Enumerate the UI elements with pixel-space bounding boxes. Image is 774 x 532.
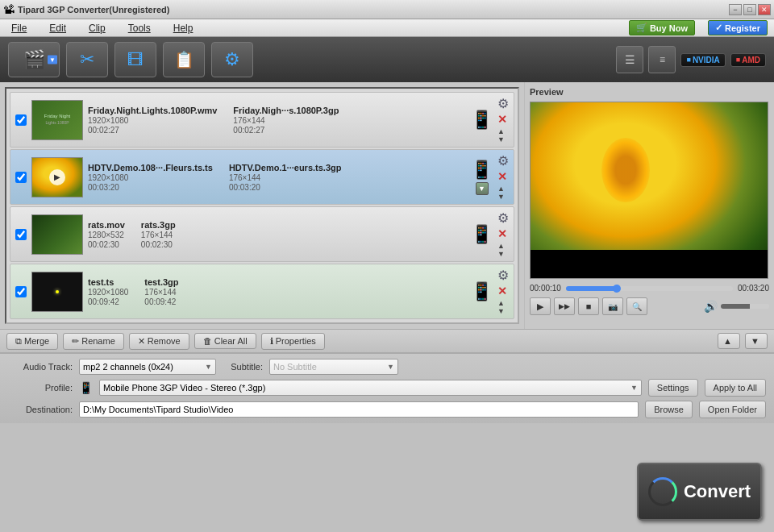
output-dur-2: 00:03:20 bbox=[229, 183, 342, 192]
duration-2: 00:03:20 bbox=[88, 183, 213, 192]
subtitle-select[interactable]: No Subtitle ▼ bbox=[269, 359, 398, 375]
gear-icon-3[interactable]: ⚙ bbox=[497, 210, 509, 226]
preview-label: Preview bbox=[530, 87, 769, 97]
settings-icon: ⚙ bbox=[224, 49, 240, 70]
maximize-button[interactable]: □ bbox=[743, 4, 756, 15]
settings-toolbar-button[interactable]: ⚙ bbox=[211, 42, 253, 77]
file-phone-3[interactable]: 📱 bbox=[471, 224, 493, 245]
buy-now-button[interactable]: 🛒 Buy Now bbox=[629, 20, 695, 35]
minimize-button[interactable]: − bbox=[729, 4, 742, 15]
open-folder-button[interactable]: Open Folder bbox=[699, 401, 766, 418]
profile-dropdown-arrow: ▼ bbox=[627, 384, 638, 392]
menu-help[interactable]: Help bbox=[169, 21, 198, 35]
profile-dropdown-2[interactable]: ▼ bbox=[476, 182, 489, 195]
menu-edit[interactable]: Edit bbox=[44, 21, 71, 35]
browse-button[interactable]: Browse bbox=[645, 401, 693, 418]
audio-track-select[interactable]: mp2 2 channels (0x24) ▼ bbox=[79, 359, 216, 375]
resolution-1: 1920×1080 bbox=[88, 116, 217, 125]
up-arrow-4[interactable]: ▲ bbox=[497, 299, 509, 307]
stop-button[interactable]: ■ bbox=[578, 297, 599, 315]
up-order-button[interactable]: ▲ bbox=[718, 333, 740, 349]
profile-select[interactable]: Mobile Phone 3GP Video - Stereo (*.3gp) … bbox=[99, 380, 642, 396]
down-arrow-1[interactable]: ▼ bbox=[497, 135, 509, 143]
menu-file[interactable]: File bbox=[6, 21, 31, 35]
merge-toolbar-button[interactable]: 📋 bbox=[163, 42, 205, 77]
edit-button[interactable]: ✂ bbox=[66, 42, 108, 77]
down-order-button[interactable]: ▼ bbox=[745, 333, 768, 349]
convert-button[interactable]: Convert bbox=[637, 463, 762, 521]
clear-all-button[interactable]: 🗑 Clear All bbox=[194, 333, 256, 349]
gear-icon-4[interactable]: ⚙ bbox=[497, 268, 509, 283]
convert-spinner-icon bbox=[648, 477, 677, 506]
file-thumbnail-3 bbox=[31, 214, 83, 255]
preview-panel: Preview 00:00:10 00:03:20 ▶ ▶▶ ■ 📷 🔍 bbox=[524, 82, 774, 329]
list-view-button[interactable]: ☰ bbox=[616, 46, 643, 73]
total-time: 00:03:20 bbox=[738, 284, 769, 293]
settings-button[interactable]: Settings bbox=[648, 379, 698, 397]
file-list: Friday Night Lights 1080P Friday.Night.L… bbox=[5, 87, 519, 324]
detail-view-button[interactable]: ≡ bbox=[648, 46, 676, 73]
properties-button[interactable]: ℹ Properties bbox=[261, 333, 325, 350]
play-button[interactable]: ▶ bbox=[530, 297, 551, 315]
file-phone-1[interactable]: 📱 bbox=[471, 110, 493, 131]
merge-button[interactable]: ⧉ Merge bbox=[6, 333, 58, 350]
clip-icon: 🎞 bbox=[127, 51, 144, 69]
phone-icon-2[interactable]: 📱 bbox=[471, 160, 493, 181]
remove-icon-4[interactable]: ✕ bbox=[497, 285, 509, 297]
file-checkbox-1[interactable] bbox=[15, 114, 27, 126]
up-arrow-1[interactable]: ▲ bbox=[497, 127, 509, 135]
output-res-2: 176×144 bbox=[229, 173, 342, 182]
properties-btn-icon: ℹ bbox=[270, 336, 273, 347]
up-arrow-2[interactable]: ▲ bbox=[497, 185, 509, 193]
file-row: test.ts 1920×1080 00:09:42 test.3gp 176×… bbox=[10, 264, 514, 319]
title-bar: 📽 Tipard 3GP Converter(Unregistered) − □… bbox=[0, 0, 774, 19]
clip-button[interactable]: 🎞 bbox=[114, 42, 156, 77]
file-info-4: test.ts 1920×1080 00:09:42 test.3gp 176×… bbox=[88, 277, 466, 306]
output-res-3: 176×144 bbox=[141, 231, 176, 239]
duration-4: 00:09:42 bbox=[88, 297, 128, 306]
file-checkbox-2[interactable] bbox=[15, 172, 27, 183]
screenshot-button[interactable]: 📷 bbox=[602, 297, 623, 315]
menu-clip[interactable]: Clip bbox=[84, 21, 110, 35]
down-arrow-4[interactable]: ▼ bbox=[497, 307, 509, 315]
gear-icon-1[interactable]: ⚙ bbox=[497, 96, 509, 111]
file-row: ▶ HDTV.Demo.108···.Fleurs.ts.ts 1920×108… bbox=[10, 149, 514, 205]
add-video-button[interactable]: 🎬 ▼ bbox=[8, 42, 60, 77]
profile-label: Profile: bbox=[8, 383, 73, 393]
output-filename-2: HDTV.Demo.1···eurs.ts.3gp bbox=[229, 163, 342, 172]
zoom-button[interactable]: 🔍 bbox=[626, 297, 647, 315]
file-phone-4[interactable]: 📱 bbox=[471, 281, 493, 302]
register-button[interactable]: ✓ Register bbox=[708, 20, 768, 35]
next-frame-button[interactable]: ▶▶ bbox=[554, 297, 575, 315]
cart-icon: 🛒 bbox=[636, 23, 647, 33]
remove-button[interactable]: ✕ Remove bbox=[129, 333, 189, 350]
apply-to-all-button[interactable]: Apply to All bbox=[705, 379, 766, 397]
remove-icon-3[interactable]: ✕ bbox=[497, 227, 509, 240]
app-icon: 📽 bbox=[3, 3, 15, 16]
file-checkbox-3[interactable] bbox=[15, 229, 27, 240]
main-content: Friday Night Lights 1080P Friday.Night.L… bbox=[0, 82, 774, 329]
gear-icon-2[interactable]: ⚙ bbox=[497, 153, 509, 168]
filename-1: Friday.Night.Lights.1080P.wmv bbox=[88, 106, 217, 115]
menu-tools[interactable]: Tools bbox=[123, 21, 156, 35]
rename-button[interactable]: ✏ Rename bbox=[63, 333, 124, 350]
file-checkbox-4[interactable] bbox=[15, 286, 27, 297]
subtitle-dropdown-arrow: ▼ bbox=[384, 363, 394, 371]
down-arrow-3[interactable]: ▼ bbox=[497, 250, 509, 258]
down-arrow-2[interactable]: ▼ bbox=[497, 193, 509, 201]
up-arrow-3[interactable]: ▲ bbox=[497, 242, 509, 250]
volume-slider[interactable] bbox=[721, 304, 769, 309]
remove-icon-2[interactable]: ✕ bbox=[497, 170, 509, 183]
remove-icon-1[interactable]: ✕ bbox=[497, 113, 509, 126]
menu-bar: File Edit Clip Tools Help 🛒 Buy Now ✓ Re… bbox=[0, 19, 774, 37]
file-settings-4: ⚙ ✕ ▲ ▼ bbox=[497, 268, 509, 315]
destination-input[interactable] bbox=[79, 401, 639, 418]
close-button[interactable]: ✕ bbox=[758, 4, 771, 15]
timeline-slider[interactable] bbox=[566, 286, 733, 291]
file-info-2: HDTV.Demo.108···.Fleurs.ts.ts 1920×1080 … bbox=[88, 163, 466, 192]
add-dropdown-arrow[interactable]: ▼ bbox=[48, 56, 57, 64]
phone-icon-4: 📱 bbox=[471, 281, 493, 302]
file-thumbnail-4 bbox=[31, 272, 83, 312]
settings-area: Audio Track: mp2 2 channels (0x24) ▼ Sub… bbox=[0, 353, 774, 423]
output-res-4: 176×144 bbox=[144, 288, 178, 297]
